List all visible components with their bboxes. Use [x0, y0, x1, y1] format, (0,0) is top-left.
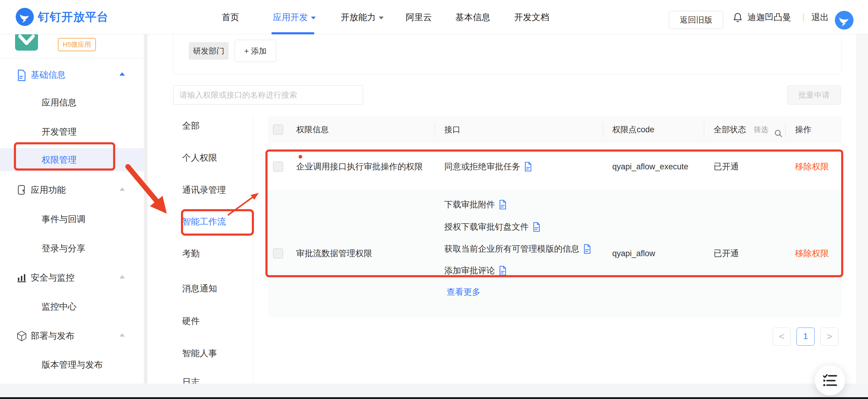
pagination-page-1[interactable]: 1 — [797, 328, 815, 346]
dingtalk-logo-icon — [16, 8, 34, 26]
pagination-prev-button[interactable]: < — [773, 328, 791, 346]
header-status: 全部状态 — [714, 116, 746, 143]
sidebar-item-security-monitor[interactable]: 安全与监控 — [31, 268, 74, 287]
nav-item-dev-docs[interactable]: 开发文档 — [514, 0, 549, 34]
search-icon[interactable] — [774, 129, 783, 138]
api-item[interactable]: 同意或拒绝审批任务 — [444, 157, 532, 176]
api-label: 授权下载审批钉盘文件 — [444, 221, 529, 233]
nav-item-home[interactable]: 首页 — [222, 0, 239, 34]
sidebar-item-basic-info[interactable]: 基础信息 — [31, 66, 66, 84]
sidebar-item-permission-management[interactable]: 权限管理 — [42, 151, 76, 169]
permission-code: qyapi_aflow_execute — [612, 143, 688, 190]
header-code: 权限点code — [612, 116, 654, 143]
chevron-down-icon — [379, 16, 384, 19]
status-value: 已开通 — [714, 245, 739, 261]
bar-chart-icon — [17, 272, 27, 283]
header-permission: 权限信息 — [296, 116, 329, 143]
category-divider — [253, 116, 253, 384]
api-doc-icon[interactable] — [499, 200, 507, 209]
column-divider — [603, 123, 603, 136]
status-filter[interactable]: 筛选 — [754, 116, 768, 143]
permission-name: 企业调用接口执行审批操作的权限 — [296, 143, 423, 190]
logo-text: 钉钉开放平台 — [38, 9, 108, 25]
dingtalk-logo[interactable]: 钉钉开放平台 — [16, 8, 108, 26]
category-all[interactable]: 全部 — [182, 117, 200, 135]
department-tag: 研发部门 — [189, 42, 228, 60]
avatar[interactable] — [835, 11, 854, 30]
api-item[interactable]: 获取当前企业所有可管理模版的信息 — [444, 242, 591, 256]
username[interactable]: 迪迦凹凸曼 — [747, 0, 791, 34]
nav-item-aliyun[interactable]: 阿里云 — [406, 0, 432, 34]
bell-icon[interactable] — [732, 12, 743, 23]
caret-up-icon[interactable] — [119, 333, 125, 337]
document-icon — [17, 70, 27, 81]
row-checkbox[interactable] — [273, 248, 283, 259]
window-bottom-edge — [0, 397, 868, 399]
sidebar-item-deploy-release[interactable]: 部署与发布 — [31, 327, 74, 345]
remove-permission-link[interactable]: 移除权限 — [795, 245, 829, 261]
category-attendance[interactable]: 考勤 — [182, 244, 200, 263]
column-divider — [435, 123, 435, 136]
column-divider — [785, 123, 786, 136]
avatar-wing-icon — [835, 11, 854, 30]
header-api: 接口 — [444, 116, 461, 143]
checklist-icon — [823, 374, 837, 387]
back-to-old-version-button[interactable]: 返回旧版 — [669, 11, 723, 29]
nav-item-open-capability[interactable]: 开放能力 — [341, 0, 384, 34]
sidebar-item-app-function[interactable]: 应用功能 — [31, 181, 66, 199]
logout-link[interactable]: 退出 — [811, 0, 829, 34]
active-tab-underline — [272, 32, 314, 34]
category-message-notify[interactable]: 消息通知 — [182, 279, 217, 297]
add-button[interactable]: + 添加 — [235, 40, 276, 62]
api-doc-icon[interactable] — [524, 162, 532, 171]
sidebar-item-login-share[interactable]: 登录与分享 — [42, 239, 85, 257]
batch-apply-button[interactable]: 批量申请 — [787, 85, 841, 105]
sidebar-scrollbar[interactable] — [144, 34, 148, 384]
cube-icon — [17, 331, 27, 341]
view-more-link[interactable]: 查看更多 — [447, 285, 480, 299]
app-type-badge: H5微应用 — [58, 38, 96, 51]
bottom-margin — [0, 384, 868, 397]
checklist-float-button[interactable] — [815, 365, 845, 395]
nav-item-basic-info[interactable]: 基本信息 — [456, 0, 490, 34]
caret-up-icon[interactable] — [119, 188, 125, 191]
category-smart-workflow[interactable]: 智能工作流 — [182, 212, 226, 231]
api-item[interactable]: 添加审批评论 — [444, 263, 507, 278]
caret-up-icon[interactable] — [119, 72, 125, 76]
row-checkbox[interactable] — [273, 162, 283, 172]
sidebar-item-dev-management[interactable]: 开发管理 — [42, 123, 76, 141]
caret-up-icon[interactable] — [119, 275, 125, 278]
row-separator — [268, 190, 841, 191]
sidebar-item-monitor-center[interactable]: 监控中心 — [42, 297, 76, 315]
api-item[interactable]: 授权下载审批钉盘文件 — [444, 220, 541, 234]
api-doc-icon[interactable] — [583, 244, 591, 254]
permission-name: 审批流数据管理权限 — [296, 245, 372, 261]
sidebar-separator — [0, 58, 144, 59]
api-doc-icon[interactable] — [499, 266, 507, 275]
remove-permission-link[interactable]: 移除权限 — [795, 143, 829, 190]
sidebar-item-app-info[interactable]: 应用信息 — [42, 93, 76, 111]
api-label: 添加审批评论 — [444, 265, 495, 276]
search-input[interactable] — [173, 85, 363, 105]
header-action: 操作 — [795, 116, 811, 143]
nav-item-app-dev[interactable]: 应用开发 — [273, 0, 316, 34]
permission-code: qyapi_aflow — [612, 245, 655, 261]
api-label: 下载审批附件 — [444, 199, 495, 210]
select-all-checkbox[interactable] — [273, 125, 283, 135]
api-doc-icon[interactable] — [532, 222, 541, 232]
sidebar-item-version-release[interactable]: 版本管理与发布 — [42, 356, 103, 374]
nav-divider: | — [802, 0, 805, 34]
column-divider — [704, 123, 704, 136]
api-label: 获取当前企业所有可管理模版的信息 — [444, 243, 579, 255]
api-item[interactable]: 下载审批附件 — [444, 197, 507, 212]
category-smart-hr[interactable]: 智能人事 — [182, 344, 217, 362]
category-personal-permission[interactable]: 个人权限 — [182, 148, 217, 167]
category-hardware[interactable]: 硬件 — [182, 312, 200, 330]
app-function-icon — [17, 185, 27, 196]
sidebar-item-events-callback[interactable]: 事件与回调 — [42, 210, 85, 228]
category-contacts-management[interactable]: 通讯录管理 — [182, 181, 226, 199]
pagination-next-button[interactable]: > — [820, 328, 838, 346]
page-scrollbar-track[interactable] — [857, 34, 868, 384]
app-logo-icon — [15, 32, 38, 51]
top-nav-bar: 钉钉开放平台 首页 应用开发 开放能力 阿里云 基本信息 开发文档 返回旧版 迪… — [0, 0, 868, 34]
